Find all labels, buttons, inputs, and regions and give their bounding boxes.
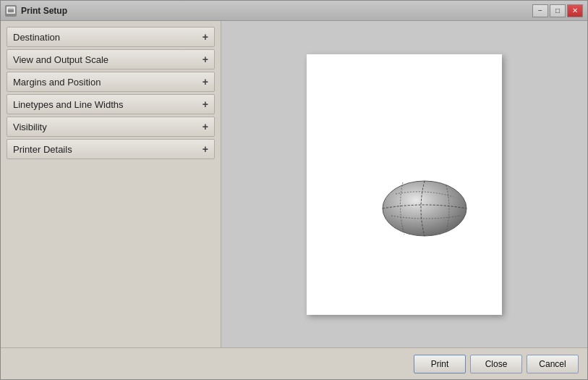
restore-button[interactable]: □ (550, 4, 566, 17)
section-margins-position[interactable]: Margins and Position + (7, 72, 215, 92)
section-view-output-scale-label: View and Output Scale (13, 54, 108, 65)
section-destination-expand: + (203, 31, 208, 43)
section-visibility-expand: + (203, 121, 208, 132)
section-linetypes-widths-expand: + (203, 98, 208, 110)
section-printer-details[interactable]: Printer Details + (7, 139, 215, 159)
close-button[interactable]: Close (470, 355, 522, 373)
section-visibility-label: Visibility (13, 122, 47, 132)
print-preview-panel (221, 21, 587, 347)
section-printer-details-label: Printer Details (13, 144, 72, 155)
titlebar: Print Setup − □ ✕ (1, 1, 587, 21)
section-destination[interactable]: Destination + (7, 27, 215, 47)
section-visibility[interactable]: Visibility + (7, 117, 215, 137)
window-title: Print Setup (21, 6, 532, 16)
print-setup-window: Print Setup − □ ✕ Destination + View and… (0, 0, 588, 380)
section-printer-details-expand: + (203, 143, 208, 155)
section-destination-label: Destination (13, 32, 60, 43)
section-margins-position-expand: + (203, 76, 208, 88)
ellipsoid-preview (375, 166, 477, 246)
window-controls: − □ ✕ (532, 4, 583, 17)
print-button[interactable]: Print (414, 355, 466, 373)
paper-preview (307, 54, 502, 315)
section-margins-position-label: Margins and Position (13, 77, 101, 88)
close-window-button[interactable]: ✕ (567, 4, 583, 17)
section-view-output-scale[interactable]: View and Output Scale + (7, 49, 215, 69)
window-icon (5, 5, 17, 17)
main-content: Destination + View and Output Scale + Ma… (1, 21, 587, 347)
svg-point-2 (383, 181, 466, 236)
section-view-output-scale-expand: + (203, 54, 208, 65)
bottom-bar: Print Close Cancel (1, 347, 587, 379)
section-linetypes-widths[interactable]: Linetypes and Line Widths + (7, 94, 215, 114)
section-linetypes-widths-label: Linetypes and Line Widths (13, 99, 123, 110)
svg-rect-0 (7, 7, 14, 13)
left-panel: Destination + View and Output Scale + Ma… (1, 21, 221, 347)
minimize-button[interactable]: − (532, 4, 548, 17)
cancel-button[interactable]: Cancel (527, 355, 579, 373)
